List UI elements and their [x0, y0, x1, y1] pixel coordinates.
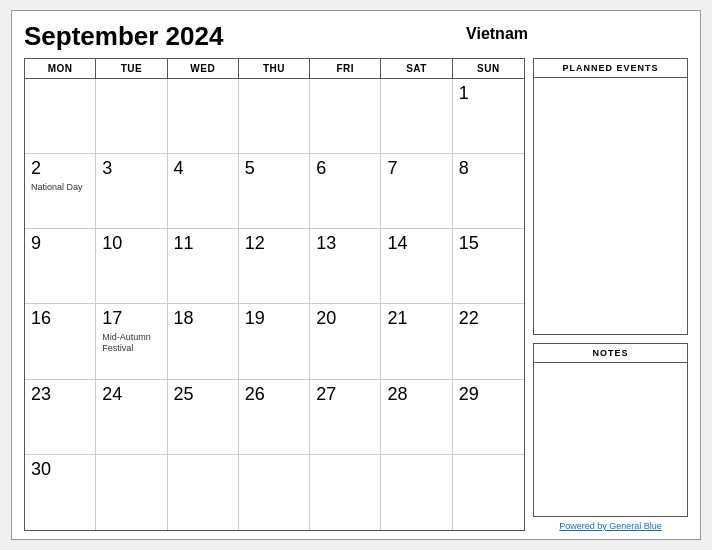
calendar-cell: 17Mid-Autumn Festival — [96, 304, 167, 379]
header-row: September 2024 Vietnam — [24, 21, 688, 52]
calendar-cell: 6 — [310, 154, 381, 229]
calendar-cell — [25, 79, 96, 154]
cell-day-number: 5 — [245, 158, 303, 180]
main-content: MON TUE WED THU FRI SAT SUN 12National D… — [24, 58, 688, 531]
cell-day-number: 4 — [174, 158, 232, 180]
day-headers: MON TUE WED THU FRI SAT SUN — [25, 59, 524, 79]
cell-day-number: 1 — [459, 83, 518, 105]
cell-event-label: National Day — [31, 182, 89, 193]
calendar-cell: 4 — [168, 154, 239, 229]
cell-event-label: Mid-Autumn Festival — [102, 332, 160, 354]
sidebar: PLANNED EVENTS NOTES Powered by General … — [533, 58, 688, 531]
calendar-cell: 10 — [96, 229, 167, 304]
calendar-cell: 12 — [239, 229, 310, 304]
powered-by-link[interactable]: Powered by General Blue — [559, 521, 662, 531]
planned-events-title: PLANNED EVENTS — [534, 59, 687, 78]
cell-day-number: 12 — [245, 233, 303, 255]
calendar-cell: 21 — [381, 304, 452, 379]
calendar-cell: 23 — [25, 380, 96, 455]
cell-day-number: 11 — [174, 233, 232, 255]
cell-day-number: 8 — [459, 158, 518, 180]
calendar-cell: 29 — [453, 380, 524, 455]
calendar-cell: 26 — [239, 380, 310, 455]
calendar-cell: 5 — [239, 154, 310, 229]
calendar-cell: 27 — [310, 380, 381, 455]
cell-day-number: 26 — [245, 384, 303, 406]
calendar-cell: 20 — [310, 304, 381, 379]
calendar-cell: 16 — [25, 304, 96, 379]
calendar-cell: 13 — [310, 229, 381, 304]
cell-day-number: 17 — [102, 308, 160, 330]
notes-content — [534, 363, 687, 516]
cell-day-number: 27 — [316, 384, 374, 406]
day-tue: TUE — [96, 59, 167, 78]
calendar-cell — [239, 79, 310, 154]
cell-day-number: 28 — [387, 384, 445, 406]
cell-day-number: 3 — [102, 158, 160, 180]
cell-day-number: 15 — [459, 233, 518, 255]
cell-day-number: 13 — [316, 233, 374, 255]
cell-day-number: 16 — [31, 308, 89, 330]
calendar-cell: 14 — [381, 229, 452, 304]
calendar-cell: 25 — [168, 380, 239, 455]
cell-day-number: 20 — [316, 308, 374, 330]
cell-day-number: 23 — [31, 384, 89, 406]
planned-events-content — [534, 78, 687, 334]
calendar-cell: 8 — [453, 154, 524, 229]
cell-day-number: 2 — [31, 158, 89, 180]
calendar-cell: 30 — [25, 455, 96, 530]
cell-day-number: 14 — [387, 233, 445, 255]
cell-day-number: 25 — [174, 384, 232, 406]
calendar-section: MON TUE WED THU FRI SAT SUN 12National D… — [24, 58, 525, 531]
cell-day-number: 21 — [387, 308, 445, 330]
cell-day-number: 9 — [31, 233, 89, 255]
calendar-cell: 18 — [168, 304, 239, 379]
day-wed: WED — [168, 59, 239, 78]
calendar-cell: 28 — [381, 380, 452, 455]
planned-events-box: PLANNED EVENTS — [533, 58, 688, 335]
cell-day-number: 10 — [102, 233, 160, 255]
calendar-cell: 24 — [96, 380, 167, 455]
notes-title: NOTES — [534, 344, 687, 363]
country-title: Vietnam — [466, 25, 528, 43]
month-title: September 2024 — [24, 21, 223, 52]
day-mon: MON — [25, 59, 96, 78]
calendar-cell: 1 — [453, 79, 524, 154]
day-fri: FRI — [310, 59, 381, 78]
calendar-cell — [453, 455, 524, 530]
calendar-cell — [310, 79, 381, 154]
notes-box: NOTES — [533, 343, 688, 517]
calendar-cell: 15 — [453, 229, 524, 304]
calendar-cell — [310, 455, 381, 530]
cell-day-number: 7 — [387, 158, 445, 180]
calendar-cell: 11 — [168, 229, 239, 304]
calendar-cell — [168, 455, 239, 530]
calendar-cell: 19 — [239, 304, 310, 379]
cell-day-number: 22 — [459, 308, 518, 330]
calendar-grid: 12National Day34567891011121314151617Mid… — [25, 79, 524, 530]
calendar-cell — [381, 455, 452, 530]
calendar-cell: 7 — [381, 154, 452, 229]
calendar-cell — [168, 79, 239, 154]
calendar-cell — [239, 455, 310, 530]
powered-by: Powered by General Blue — [533, 521, 688, 531]
cell-day-number: 24 — [102, 384, 160, 406]
cell-day-number: 6 — [316, 158, 374, 180]
cell-day-number: 19 — [245, 308, 303, 330]
cell-day-number: 29 — [459, 384, 518, 406]
calendar-cell — [96, 455, 167, 530]
cell-day-number: 18 — [174, 308, 232, 330]
day-sat: SAT — [381, 59, 452, 78]
cell-day-number: 30 — [31, 459, 89, 481]
calendar-cell: 9 — [25, 229, 96, 304]
calendar-cell: 22 — [453, 304, 524, 379]
day-thu: THU — [239, 59, 310, 78]
calendar-cell — [381, 79, 452, 154]
calendar-cell: 3 — [96, 154, 167, 229]
calendar-cell — [96, 79, 167, 154]
calendar-cell: 2National Day — [25, 154, 96, 229]
calendar-wrapper: September 2024 Vietnam MON TUE WED THU F… — [11, 10, 701, 540]
day-sun: SUN — [453, 59, 524, 78]
